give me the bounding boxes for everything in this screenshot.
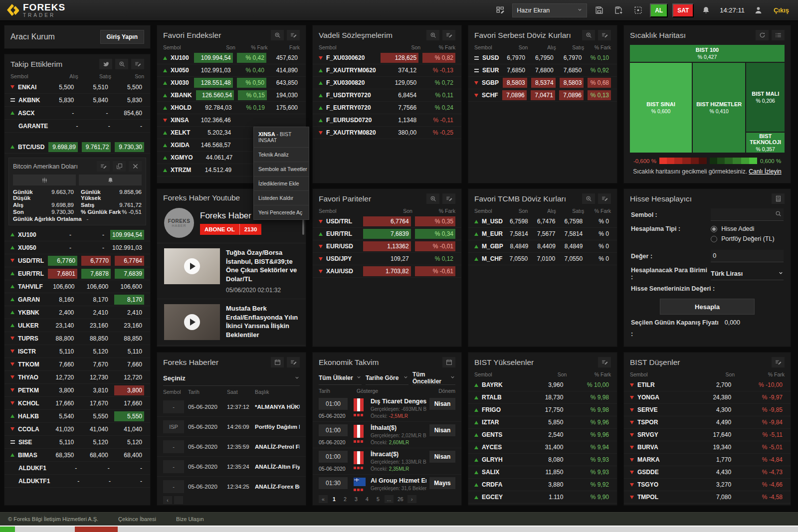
sell-button[interactable]: SAT [672, 3, 694, 17]
quote-row[interactable]: F_XU0300620128,625% 0,82 [313, 52, 461, 64]
quote-row[interactable]: GARAN8,1608,1708,170 [4, 293, 150, 306]
quote-row[interactable]: RTALB18,730% 9,98 [468, 391, 617, 404]
column-header[interactable]: Satış [560, 44, 584, 50]
quote-row[interactable]: SEUR7,68507,68007,6850% 0,92 [468, 64, 617, 77]
quote-row[interactable]: BURVA19,340% -5,01 [624, 441, 791, 454]
column-header[interactable]: % Fark [588, 208, 611, 214]
quote-row[interactable]: XAU/USD1.703,82% -0,61 [313, 265, 461, 278]
subscribe-button[interactable]: ABONE OL 2130 [200, 224, 261, 235]
sort-filter[interactable]: Tarihe Göre [366, 371, 408, 385]
radio-hisse-adedi[interactable]: Hisse Adedi [711, 225, 784, 232]
symbol-search-icon[interactable] [426, 30, 439, 40]
quote-row[interactable]: ALDUKF1--- [4, 462, 150, 475]
buy-button[interactable]: AL [650, 3, 668, 17]
calculate-button[interactable]: Hesapla [660, 299, 755, 315]
quote-row[interactable]: YONGA24,380% -9,97 [624, 391, 791, 404]
column-header[interactable]: Son [689, 371, 735, 377]
quote-row[interactable]: GARANTE--- [4, 120, 150, 133]
column-header[interactable]: Son [385, 44, 421, 50]
symbol-search-icon[interactable] [115, 59, 128, 69]
context-menu-item[interactable]: Sembole ait Tweetler [254, 162, 309, 177]
logout-button[interactable]: Çıkış [771, 6, 792, 14]
quote-row[interactable]: FRIGO17,750% 9,98 [468, 404, 617, 416]
context-menu-item[interactable]: Yeni Pencerede Aç [254, 205, 309, 219]
column-header[interactable]: Son [504, 44, 528, 50]
refresh-icon[interactable] [756, 30, 769, 40]
column-header[interactable]: Dönem [426, 388, 455, 394]
column-header[interactable]: Sembol [319, 44, 381, 50]
column-header[interactable]: Son [197, 44, 235, 50]
context-menu-item[interactable]: Teknik Analiz [254, 148, 309, 162]
quote-row[interactable]: F_XU0300820129,050% 0,72 [313, 77, 461, 89]
edit-list-icon[interactable] [131, 59, 144, 69]
calculator-icon[interactable] [772, 193, 785, 204]
quote-row[interactable]: SRVGY17,640% -5,11 [624, 429, 791, 441]
news-symbol-select[interactable]: Seçiniz [163, 371, 300, 386]
context-menu-item[interactable]: İzlediklerime Ekle [254, 177, 309, 191]
save-icon[interactable] [592, 4, 606, 17]
quote-row[interactable]: SISE5,1105,1205,120 [4, 436, 150, 449]
quote-row[interactable]: XU050102.991,03% 0,40414,890 [157, 64, 306, 77]
column-header[interactable]: % Fark [739, 371, 785, 377]
quote-row[interactable]: HALKB5,5405,5505,550 [4, 410, 150, 423]
calendar-row[interactable]: 01:30 05-06-2020 Ai Group Hizmet Endeksi… [313, 475, 461, 493]
twitter-icon[interactable] [99, 59, 112, 69]
quote-row[interactable]: SGBP8,58038,53748,5803% 0,68 [468, 77, 617, 89]
currency-select[interactable]: Türk Lirası [711, 267, 784, 280]
quote-row[interactable]: USD/TRL6,77606,77706,7764 [4, 254, 150, 267]
calendar-icon[interactable] [271, 357, 284, 367]
quote-row[interactable]: XINSA102.366,46 [157, 114, 306, 127]
calendar-icon[interactable] [442, 357, 455, 367]
quote-row[interactable]: TSPOR4,490% -9,84 [624, 416, 791, 429]
quote-row[interactable]: F_USDTRY07206,8454% 0,11 [313, 89, 461, 102]
user-icon[interactable] [751, 4, 766, 17]
symbol-search-icon[interactable] [582, 193, 595, 204]
heatmap-tile-sinai[interactable]: BIST SINAI % 0,600 [630, 63, 692, 153]
column-header[interactable]: Sembol [163, 389, 188, 395]
quote-row[interactable]: THYAO12,72012,73012,720 [4, 371, 150, 384]
column-header[interactable]: Gösterge [354, 388, 426, 394]
pager-item[interactable]: ... [385, 495, 394, 503]
pager-item[interactable]: 4 [363, 495, 372, 503]
edit-list-icon[interactable] [442, 30, 455, 40]
edit-list-icon[interactable] [598, 30, 611, 40]
quote-row[interactable]: KCHOL17,66017,67017,660 [4, 397, 150, 410]
column-header[interactable]: Sembol [319, 208, 362, 214]
country-filter[interactable]: Tüm Ülkeler [319, 371, 362, 385]
column-header[interactable]: Alış [532, 44, 556, 50]
column-header[interactable]: Satış [82, 73, 111, 79]
quote-row[interactable]: XU050--102.991,03 [4, 241, 150, 254]
quote-row[interactable]: BIMAS68,35068,40068,400 [4, 449, 150, 462]
quote-row[interactable]: M_CHF7,05507,01007,0550% 0 [468, 253, 617, 265]
pager-item[interactable]: « [319, 495, 328, 503]
quote-row[interactable]: SERVE4,300% -9,85 [624, 404, 791, 416]
video-item[interactable]: Tuğba Özay/Borsa İstanbul, BIST&#39;te Ö… [157, 243, 306, 299]
pager-item[interactable]: 26 [396, 495, 405, 503]
column-header[interactable]: Son [115, 73, 144, 79]
news-row[interactable]: ISP 05-06-2020 14:26:09 Portföy Dağılım … [157, 417, 306, 437]
quote-row[interactable]: ALDUKTF1--- [4, 475, 150, 488]
edit-list-icon[interactable] [442, 193, 455, 204]
column-header[interactable]: Sembol [474, 44, 500, 50]
calendar-row[interactable]: 01:00 05-06-2020 Dış Ticaret Dengesi($) … [313, 395, 461, 422]
news-row[interactable]: - 05-06-2020 12:35:24 ANALİZ-Altın Fiyat… [157, 457, 306, 477]
column-header[interactable]: % Fark [239, 44, 268, 50]
quote-row[interactable]: MARKA1,770% -4,84 [624, 454, 791, 466]
column-header[interactable]: Saat [227, 389, 255, 395]
quote-row[interactable]: SUSD6,79706,79506,7970% 0,10 [468, 52, 617, 64]
quote-row[interactable]: CCOLA41,02041,04041,040 [4, 423, 150, 436]
quote-row[interactable]: GENTS2,540% 9,96 [468, 429, 617, 441]
video-item[interactable]: Mustafa Berk Erdal/Enflasyonda Yılın İki… [157, 299, 306, 346]
close-icon[interactable] [129, 161, 142, 172]
pager-item[interactable]: 2 [341, 495, 350, 503]
quote-row[interactable]: SCHF7,08967,04717,0896% 0,13 [468, 89, 617, 102]
column-header[interactable]: Sembol [630, 371, 685, 377]
quote-row[interactable]: IZTAR5,850% 9,96 [468, 416, 617, 429]
quote-row[interactable]: SALIX11,850% 9,93 [468, 466, 617, 479]
pager-item[interactable] [174, 496, 183, 504]
quote-row[interactable]: AKBNK5,8305,8405,830 [4, 94, 150, 107]
column-header[interactable]: Alış [532, 208, 556, 214]
quote-row[interactable]: TTKOM7,6607,6707,660 [4, 358, 150, 371]
snapshot-icon[interactable] [630, 4, 645, 17]
column-header[interactable]: Satış [560, 208, 584, 214]
